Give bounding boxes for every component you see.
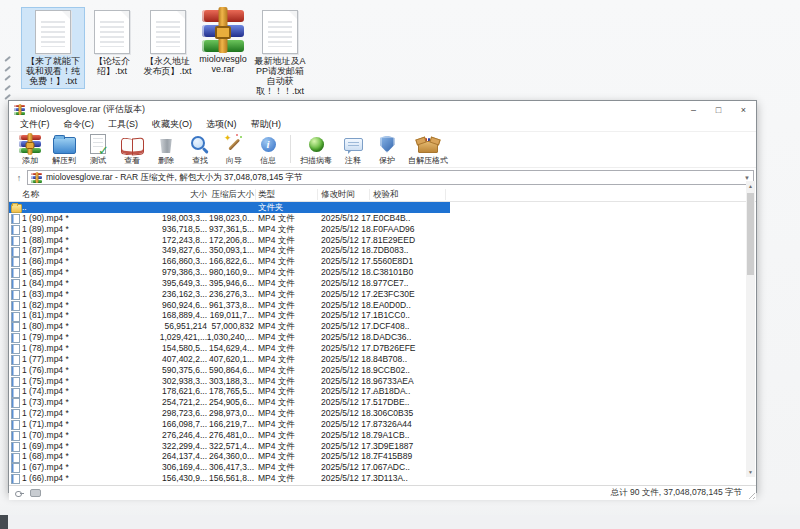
toolbar-comment-label: 注释 (345, 155, 361, 166)
file-row[interactable]: 1 (70).mp4 *276,246,4...276,481,0...MP4 … (9, 430, 450, 441)
maximize-button[interactable]: □ (706, 101, 731, 118)
key-icon (15, 491, 23, 496)
row-name: 1 (86).mp4 * (22, 256, 134, 267)
toolbar-extract-to-button[interactable]: 解压到 (51, 134, 77, 166)
file-list: ..文件夹1 (90).mp4 *198,003,3...198,023,0..… (9, 202, 756, 485)
menu-item-tools[interactable]: 工具(S) (101, 118, 145, 131)
menu-item-commands[interactable]: 命令(C) (57, 118, 102, 131)
file-row[interactable]: 1 (66).mp4 *156,430,9...156,561,8...MP4 … (9, 473, 450, 484)
row-modified: 2025/5/12 18... (321, 354, 377, 365)
status-bar: 总计 90 文件, 37,048,078,145 字节 (9, 485, 756, 500)
close-button[interactable]: × (731, 101, 756, 118)
toolbar-wizard-button[interactable]: ✦向导 (221, 134, 247, 166)
file-row[interactable]: 1 (68).mp4 *264,137,4...264,360,0...MP4 … (9, 451, 450, 462)
row-name: 1 (82).mp4 * (22, 300, 134, 311)
file-row[interactable]: 1 (84).mp4 *395,649,3...395,946,6...MP4 … (9, 278, 450, 289)
scroll-up-icon[interactable]: ▲ (748, 181, 753, 191)
file-row[interactable]: 1 (88).mp4 *172,243,8...172,206,8...MP4 … (9, 235, 450, 246)
row-packed-size: 322,571,4... (176, 441, 254, 452)
toolbar-protect-button[interactable]: 保护 (374, 134, 400, 166)
column-header-5[interactable]: 校验和 (373, 189, 399, 201)
row-type: MP4 文件 (258, 408, 316, 419)
archive-path-combobox[interactable]: miolovesglove.rar - RAR 压缩文件, 解包大小为 37,0… (27, 170, 754, 185)
row-type: MP4 文件 (258, 321, 316, 332)
vertical-scrollbar[interactable]: ▲ ▼ (746, 181, 755, 477)
row-packed-size: 407,620,1... (176, 354, 254, 365)
chevron-down-icon[interactable]: ▼ (744, 175, 750, 181)
text-file-icon (35, 10, 71, 54)
scroll-down-icon[interactable]: ▼ (748, 467, 753, 477)
row-modified: 2025/5/12 18... (321, 451, 377, 462)
toolbar-view-button[interactable]: 查看 (119, 134, 145, 166)
row-packed-size: 350,093,1... (176, 245, 254, 256)
row-modified: 2025/5/12 17... (321, 343, 377, 354)
desktop-icon-label: miolovesglove.rar (197, 54, 249, 74)
file-row[interactable]: 1 (77).mp4 *407,402,2...407,620,1...MP4 … (9, 354, 450, 365)
file-row[interactable]: 1 (89).mp4 *936,718,5...937,361,5...MP4 … (9, 224, 450, 235)
column-header-4[interactable]: 修改时间 (321, 189, 355, 201)
file-row[interactable]: 1 (74).mp4 *178,621,6...178,765,5...MP4 … (9, 386, 450, 397)
row-type: MP4 文件 (258, 235, 316, 246)
file-row[interactable]: 1 (75).mp4 *302,938,3...303,188,3...MP4 … (9, 376, 450, 387)
menu-item-help[interactable]: 帮助(H) (244, 118, 289, 131)
toolbar-find-button[interactable]: 查找 (187, 134, 213, 166)
mp4-file-icon (11, 398, 20, 408)
file-row[interactable]: 1 (86).mp4 *166,860,3...166,822,6...MP4 … (9, 256, 450, 267)
desktop-icon-download-note[interactable]: 【来了就能下载和观看！纯免费！】.txt (22, 8, 84, 88)
up-directory-button[interactable]: ↑ (11, 171, 27, 184)
parent-dir-row[interactable]: ..文件夹 (9, 202, 450, 213)
file-row[interactable]: 1 (78).mp4 *154,580,5...154,629,4...MP4 … (9, 343, 450, 354)
file-row[interactable]: 1 (85).mp4 *979,386,3...980,160,9...MP4 … (9, 267, 450, 278)
row-type: MP4 文件 (258, 473, 316, 484)
title-bar[interactable]: miolovesglove.rar (评估版本) – □ × (9, 101, 756, 118)
row-packed-size: 198,023,0... (176, 213, 254, 224)
file-row[interactable]: 1 (76).mp4 *590,375,6...590,864,6...MP4 … (9, 365, 450, 376)
file-row[interactable]: 1 (67).mp4 *306,169,4...306,417,3...MP4 … (9, 462, 450, 473)
text-file-icon (262, 10, 298, 54)
row-type: MP4 文件 (258, 462, 316, 473)
file-row[interactable]: 1 (80).mp4 *56,951,21457,000,832MP4 文件20… (9, 321, 450, 332)
file-row[interactable]: 1 (90).mp4 *198,003,3...198,023,0...MP4 … (9, 213, 450, 224)
row-modified: 2025/5/12 17... (321, 386, 377, 397)
file-row[interactable]: 1 (83).mp4 *236,162,3...236,276,3...MP4 … (9, 289, 450, 300)
file-row[interactable]: 1 (73).mp4 *254,721,2...254,905,6...MP4 … (9, 397, 450, 408)
toolbar-info-button[interactable]: i信息 (255, 134, 281, 166)
row-name: 1 (81).mp4 * (22, 310, 134, 321)
file-row[interactable]: 1 (81).mp4 *168,889,4...169,011,7...MP4 … (9, 310, 450, 321)
file-row[interactable]: 1 (79).mp4 *1,029,421,...1,030,240,...MP… (9, 332, 450, 343)
file-row[interactable]: 1 (82).mp4 *960,924,6...961,373,8...MP4 … (9, 300, 450, 311)
menu-item-file[interactable]: 文件(F) (13, 118, 57, 131)
desktop-icon-permanent-address[interactable]: 【永久地址发布页】.txt (140, 8, 195, 78)
desktop-icon-label: 最新地址及APP请发邮箱自动获取！！！.txt (252, 56, 308, 96)
desktop-icon-forum-intro[interactable]: 【论坛介绍】.txt (86, 8, 138, 78)
row-name: 1 (72).mp4 * (22, 408, 134, 419)
desktop-icon-latest-address[interactable]: 最新地址及APP请发邮箱自动获取！！！.txt (251, 8, 309, 98)
column-header-0[interactable]: 名称 (22, 189, 39, 201)
folder-icon (11, 204, 22, 213)
file-row[interactable]: 1 (87).mp4 *349,827,6...350,093,1...MP4 … (9, 245, 450, 256)
mp4-file-icon (11, 214, 20, 224)
toolbar-scan-virus-button[interactable]: 扫描病毒 (300, 134, 332, 166)
toolbar-delete-button[interactable]: 删除 (153, 134, 179, 166)
minimize-button[interactable]: – (681, 101, 706, 118)
file-row[interactable]: 1 (72).mp4 *298,723,6...298,973,0...MP4 … (9, 408, 450, 419)
file-row[interactable]: 1 (71).mp4 *166,098,7...166,219,7...MP4 … (9, 419, 450, 430)
scrollbar-thumb[interactable] (747, 193, 754, 275)
row-checksum: 1B1CC0.. (373, 310, 447, 321)
scrollbar-track[interactable] (746, 191, 755, 467)
toolbar-comment-button[interactable]: 注释 (340, 134, 366, 166)
desktop-icon-archive[interactable]: miolovesglove.rar (196, 8, 250, 76)
rar-archive-icon (202, 10, 244, 52)
column-header-3[interactable]: 类型 (258, 189, 275, 201)
row-packed-size: 264,360,0... (176, 451, 254, 462)
file-row[interactable]: 1 (69).mp4 *322,299,4...322,571,4...MP4 … (9, 441, 450, 452)
text-file-icon (150, 10, 186, 54)
toolbar-sfx-button[interactable]: 自解压格式 (408, 134, 448, 166)
toolbar-add-button[interactable]: 添加 (17, 134, 43, 166)
row-name: 1 (69).mp4 * (22, 441, 134, 452)
menu-item-favorites[interactable]: 收藏夹(O) (145, 118, 199, 131)
toolbar-test-button[interactable]: ✓测试 (85, 134, 111, 166)
menu-item-options[interactable]: 选项(N) (199, 118, 244, 131)
row-name: .. (22, 202, 134, 213)
column-header-2[interactable]: 压缩后大小 (176, 189, 254, 201)
